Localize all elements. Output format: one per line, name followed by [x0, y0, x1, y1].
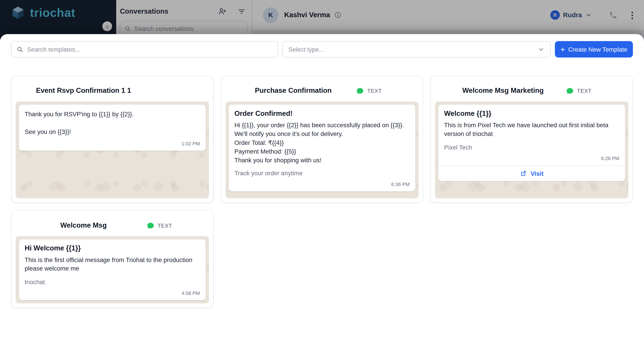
template-type-label: TEXT [368, 88, 382, 94]
message-heading: Welcome {{1}} [444, 110, 620, 118]
message-body: Thank you for RSVP'ing to {{1}} by {{2}}… [24, 110, 200, 136]
message-body: This is the first official message from … [24, 255, 200, 273]
template-type-badge: TEXT [356, 87, 414, 94]
templates-toolbar: Select type... + Create New Template [11, 41, 633, 58]
create-template-button[interactable]: + Create New Template [555, 41, 633, 58]
templates-modal: Select type... + Create New Template Eve… [0, 34, 644, 347]
chat-bubble-icon [146, 222, 154, 230]
message-preview: Thank you for RSVP'ing to {{1}} by {{2}}… [16, 102, 209, 198]
message-footer: Pixel Tech [444, 144, 620, 150]
template-title: Welcome Msg Marketing [440, 87, 566, 95]
template-type-label: TEXT [577, 88, 592, 94]
visit-button[interactable]: Visit [438, 165, 625, 181]
message-bubble: Hi Welcome {{1}} This is the first offic… [19, 240, 206, 300]
message-time: 1:02 PM [24, 141, 200, 147]
search-icon [16, 46, 23, 53]
template-card-header: Welcome Msg TEXT [16, 215, 209, 236]
template-type-select[interactable]: Select type... [282, 41, 551, 58]
message-footer: triochat [24, 278, 200, 285]
app-root: triochat ‹ Conversations [0, 0, 644, 347]
template-card-header: Purchase Confirmation TEXT [226, 80, 418, 102]
template-card[interactable]: Welcome Msg TEXT Hi Welcome {{1}} This i… [11, 210, 214, 308]
template-type-label: TEXT [158, 222, 172, 229]
plus-icon: + [560, 46, 565, 53]
template-title: Purchase Confirmation [230, 87, 356, 95]
message-time: 4:08 PM [24, 290, 200, 296]
message-time: 6:36 PM [234, 182, 410, 188]
template-card[interactable]: Welcome Msg Marketing TEXT Welcome {{1}}… [430, 76, 633, 203]
message-bubble: Thank you for RSVP'ing to {{1}} by {{2}}… [19, 105, 206, 151]
template-search-input[interactable] [27, 46, 272, 53]
message-time: 6:26 PM [444, 156, 620, 161]
message-preview: Welcome {{1}} This is from Pixel Tech we… [435, 102, 628, 198]
visit-label: Visit [531, 170, 544, 177]
message-bubble: Welcome {{1}} This is from Pixel Tech we… [438, 105, 625, 181]
template-type-badge: TEXT [146, 222, 204, 230]
message-preview: Order Confirmed! Hi {{1}}, your order {{… [226, 102, 418, 198]
template-type-badge: TEXT [566, 87, 624, 94]
select-placeholder: Select type... [288, 46, 324, 53]
message-footer: Track your order anytime [234, 170, 410, 177]
external-link-icon [520, 170, 527, 177]
chevron-down-icon [538, 46, 544, 53]
message-body: Hi {{1}}, your order {{2}} has been succ… [234, 121, 410, 164]
chat-bubble-icon [566, 87, 574, 94]
template-title: Event Rsvp Confirmation 1 1 [20, 87, 146, 95]
message-heading: Order Confirmed! [234, 110, 410, 118]
template-card-header: Welcome Msg Marketing TEXT [435, 80, 628, 102]
message-preview: Hi Welcome {{1}} This is the first offic… [16, 236, 209, 303]
chat-bubble-icon [356, 87, 364, 94]
create-template-label: Create New Template [568, 46, 627, 53]
message-heading: Hi Welcome {{1}} [24, 244, 200, 253]
template-title: Welcome Msg [20, 221, 146, 230]
template-card[interactable]: Purchase Confirmation TEXT Order Confirm… [221, 76, 423, 203]
template-card[interactable]: Event Rsvp Confirmation 1 1 Thank you fo… [11, 76, 214, 203]
message-body: This is from Pixel Tech we have launched… [444, 121, 620, 138]
template-search[interactable] [11, 41, 278, 58]
template-card-grid: Event Rsvp Confirmation 1 1 Thank you fo… [11, 76, 633, 308]
message-bubble: Order Confirmed! Hi {{1}}, your order {{… [228, 105, 415, 192]
template-card-header: Event Rsvp Confirmation 1 1 [16, 80, 209, 102]
